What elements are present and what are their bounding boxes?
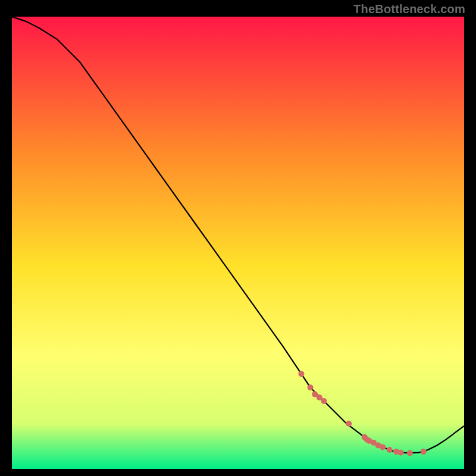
marker-point <box>387 447 393 453</box>
marker-point <box>308 384 314 390</box>
plot-svg <box>12 17 464 469</box>
marker-point <box>298 371 304 377</box>
gradient-background <box>12 17 464 469</box>
marker-point <box>398 450 404 456</box>
marker-point <box>380 444 386 450</box>
marker-point <box>421 449 427 455</box>
marker-point <box>321 398 327 404</box>
watermark-label: TheBottleneck.com <box>353 2 465 16</box>
marker-point <box>407 450 413 456</box>
chart-stage: TheBottleneck.com <box>0 0 476 476</box>
marker-point <box>346 421 352 427</box>
bottleneck-plot <box>12 17 464 469</box>
